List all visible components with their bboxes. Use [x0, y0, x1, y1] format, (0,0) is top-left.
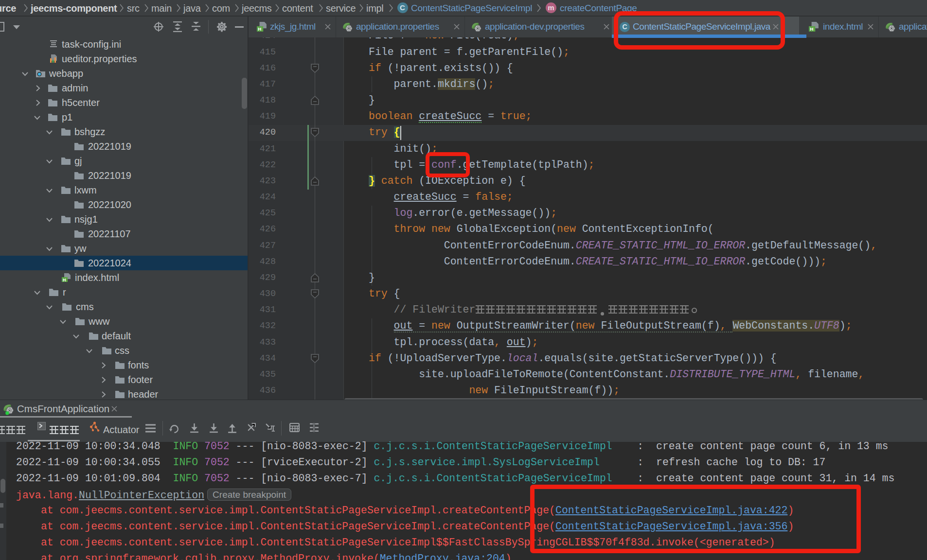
- svg-text:H: H: [810, 26, 813, 32]
- svg-text:H: H: [63, 278, 66, 282]
- svg-text:H: H: [258, 26, 261, 32]
